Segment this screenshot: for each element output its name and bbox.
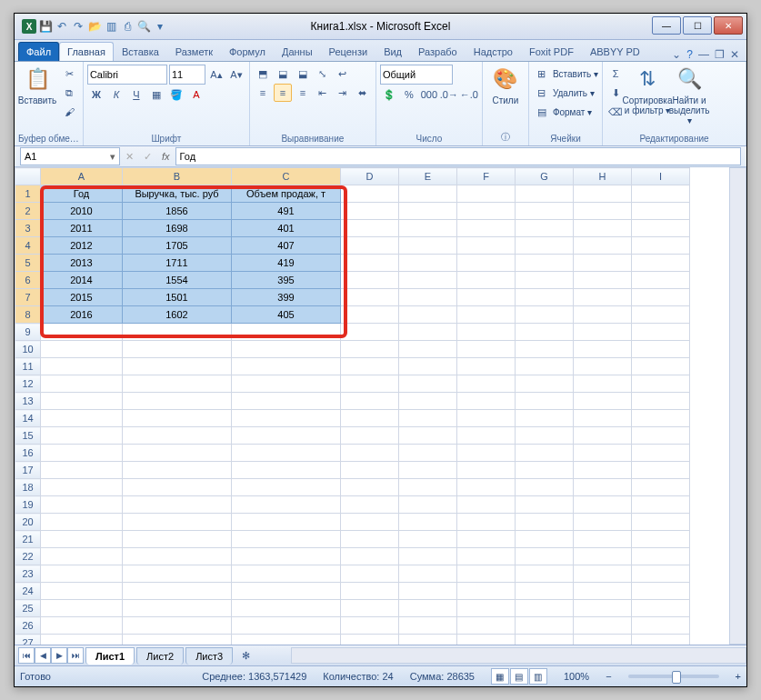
row-header-21[interactable]: 21 <box>15 531 41 548</box>
sheet-tab-Лист3[interactable]: Лист3 <box>185 647 233 665</box>
cell-I5[interactable] <box>632 255 690 272</box>
row-header-24[interactable]: 24 <box>15 583 41 600</box>
cell-C5[interactable]: 419 <box>232 255 341 272</box>
cell-A20[interactable] <box>41 514 123 531</box>
cell-H4[interactable] <box>574 237 632 255</box>
undo-icon[interactable]: ↶ <box>55 19 69 34</box>
cell-I7[interactable] <box>632 289 690 306</box>
view-pagebreak-icon[interactable]: ▥ <box>529 668 547 685</box>
cell-A24[interactable] <box>41 583 123 600</box>
cell-D20[interactable] <box>341 514 399 531</box>
cell-E12[interactable] <box>399 375 457 393</box>
indent-inc-icon[interactable]: ⇥ <box>334 84 352 102</box>
cell-H5[interactable] <box>574 255 632 272</box>
cell-G15[interactable] <box>516 427 574 445</box>
col-header-E[interactable]: E <box>399 168 457 185</box>
align-right-icon[interactable]: ≡ <box>294 84 312 102</box>
row-header-25[interactable]: 25 <box>15 600 41 617</box>
sheet-nav-next-icon[interactable]: ▶ <box>51 647 67 664</box>
cell-A1[interactable]: Год <box>41 185 123 203</box>
cell-F20[interactable] <box>457 514 516 531</box>
cell-G2[interactable] <box>516 203 574 220</box>
cell-H27[interactable] <box>574 635 632 645</box>
cell-E8[interactable] <box>399 306 457 324</box>
decrease-decimal-icon[interactable]: ←.0 <box>460 85 478 104</box>
cell-B13[interactable] <box>123 393 232 410</box>
row-header-6[interactable]: 6 <box>15 272 41 289</box>
cell-G17[interactable] <box>516 462 574 479</box>
cell-H14[interactable] <box>574 410 632 427</box>
tab-формул[interactable]: Формул <box>221 42 274 61</box>
cell-D24[interactable] <box>341 583 399 600</box>
indent-dec-icon[interactable]: ⇤ <box>314 84 332 102</box>
cell-E10[interactable] <box>399 341 457 358</box>
paste-button[interactable]: 📋 Вставить <box>18 65 56 105</box>
cell-B17[interactable] <box>123 462 232 479</box>
comma-icon[interactable]: 000 <box>420 85 438 104</box>
cell-H12[interactable] <box>574 375 632 393</box>
cell-H10[interactable] <box>574 341 632 358</box>
col-header-C[interactable]: C <box>232 168 341 185</box>
cell-A9[interactable] <box>41 324 123 341</box>
cell-G1[interactable] <box>516 185 574 203</box>
cell-F9[interactable] <box>457 324 516 341</box>
minimize-button[interactable]: — <box>652 16 681 35</box>
cell-C9[interactable] <box>232 324 341 341</box>
cell-I23[interactable] <box>632 565 690 583</box>
cell-A26[interactable] <box>41 617 123 635</box>
copy-icon[interactable]: ⧉ <box>60 84 78 102</box>
cell-C23[interactable] <box>232 565 341 583</box>
cell-E19[interactable] <box>399 496 457 514</box>
cell-C10[interactable] <box>232 341 341 358</box>
align-top-icon[interactable]: ⬒ <box>254 65 272 83</box>
cell-E14[interactable] <box>399 410 457 427</box>
cell-E21[interactable] <box>399 531 457 548</box>
cell-C13[interactable] <box>232 393 341 410</box>
cell-I8[interactable] <box>632 306 690 324</box>
cell-H3[interactable] <box>574 220 632 237</box>
cell-H23[interactable] <box>574 565 632 583</box>
col-header-H[interactable]: H <box>574 168 632 185</box>
cell-G5[interactable] <box>516 255 574 272</box>
cell-A5[interactable]: 2013 <box>41 255 123 272</box>
cell-A27[interactable] <box>41 635 123 645</box>
row-header-17[interactable]: 17 <box>15 462 41 479</box>
worksheet-grid[interactable]: ABCDEFGHI1ГодВыручка, тыс. рубОбъем прод… <box>15 167 746 645</box>
format-cells-button[interactable]: ▤Формат ▾ <box>533 103 598 121</box>
cell-B6[interactable]: 1554 <box>123 272 232 289</box>
cell-I6[interactable] <box>632 272 690 289</box>
ribbon-minimize-icon[interactable]: ⌄ <box>672 48 681 61</box>
format-painter-icon[interactable]: 🖌 <box>60 103 78 121</box>
cell-E17[interactable] <box>399 462 457 479</box>
cell-F25[interactable] <box>457 600 516 617</box>
horizontal-scrollbar[interactable] <box>291 647 746 664</box>
cell-H6[interactable] <box>574 272 632 289</box>
cell-E4[interactable] <box>399 237 457 255</box>
wrap-text-icon[interactable]: ↩ <box>334 65 352 83</box>
mdi-close-icon[interactable]: ✕ <box>730 48 739 61</box>
cell-D4[interactable] <box>341 237 399 255</box>
cell-C4[interactable]: 407 <box>232 237 341 255</box>
name-box[interactable]: A1▾ <box>20 147 120 165</box>
cell-F14[interactable] <box>457 410 516 427</box>
cell-H25[interactable] <box>574 600 632 617</box>
cell-C12[interactable] <box>232 375 341 393</box>
cell-G4[interactable] <box>516 237 574 255</box>
font-name-combo[interactable] <box>87 65 167 85</box>
cell-F16[interactable] <box>457 445 516 462</box>
cell-D18[interactable] <box>341 479 399 496</box>
cell-B27[interactable] <box>123 635 232 645</box>
cell-D15[interactable] <box>341 427 399 445</box>
cell-H7[interactable] <box>574 289 632 306</box>
align-middle-icon[interactable]: ⬓ <box>274 65 292 83</box>
cell-C15[interactable] <box>232 427 341 445</box>
cut-icon[interactable]: ✂ <box>60 65 78 83</box>
cell-B15[interactable] <box>123 427 232 445</box>
cell-H8[interactable] <box>574 306 632 324</box>
cell-H22[interactable] <box>574 548 632 565</box>
cell-F2[interactable] <box>457 203 516 220</box>
new-icon[interactable]: ▥ <box>104 19 118 34</box>
cell-F4[interactable] <box>457 237 516 255</box>
cell-F13[interactable] <box>457 393 516 410</box>
cell-B24[interactable] <box>123 583 232 600</box>
